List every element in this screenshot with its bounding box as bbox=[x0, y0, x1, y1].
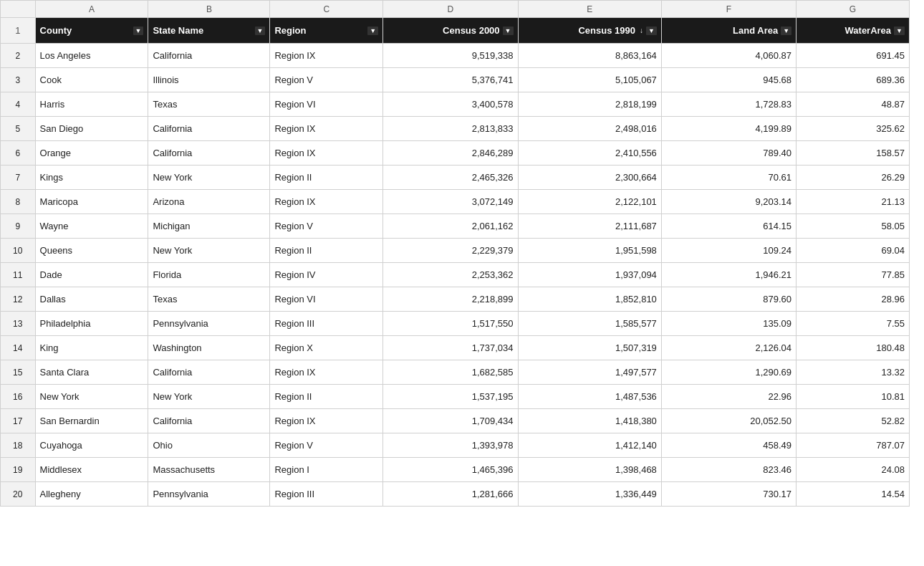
table-row: 13PhiladelphiaPennsylvaniaRegion III1,51… bbox=[1, 312, 910, 336]
census2000-cell: 2,253,362 bbox=[383, 263, 518, 287]
table-row: 5San DiegoCaliforniaRegion IX2,813,8332,… bbox=[1, 117, 910, 141]
state-cell: Pennsylvania bbox=[148, 312, 270, 336]
landarea-cell: 614.15 bbox=[661, 214, 796, 239]
county-cell: Kings bbox=[35, 166, 148, 190]
row-number: 11 bbox=[1, 263, 36, 287]
county-cell: Dade bbox=[35, 263, 148, 287]
state-cell: Florida bbox=[148, 263, 270, 287]
waterarea-cell: 180.48 bbox=[797, 336, 910, 360]
county-cell: Cook bbox=[35, 68, 148, 92]
landarea-cell: 2,126.04 bbox=[661, 336, 796, 360]
census2000-cell: 2,229,379 bbox=[383, 239, 518, 263]
table-row: 15Santa ClaraCaliforniaRegion IX1,682,58… bbox=[1, 360, 910, 385]
census1990-cell: 1,418,380 bbox=[518, 409, 661, 433]
census1990-cell: 1,398,468 bbox=[518, 458, 661, 482]
state-dropdown-icon[interactable]: ▼ bbox=[255, 27, 266, 35]
header-waterarea[interactable]: WaterArea ▼ bbox=[797, 18, 910, 44]
table-row: 16New YorkNew YorkRegion II1,537,1951,48… bbox=[1, 385, 910, 409]
county-cell: Cuyahoga bbox=[35, 433, 148, 458]
county-cell: Santa Clara bbox=[35, 360, 148, 385]
state-cell: Ohio bbox=[148, 433, 270, 458]
region-cell: Region III bbox=[270, 312, 383, 336]
county-cell: Orange bbox=[35, 141, 148, 166]
waterarea-cell: 158.57 bbox=[797, 141, 910, 166]
landarea-cell: 20,052.50 bbox=[661, 409, 796, 433]
census1990-cell: 1,937,094 bbox=[518, 263, 661, 287]
row-number: 19 bbox=[1, 458, 36, 482]
census1990-cell: 2,818,199 bbox=[518, 92, 661, 117]
census2000-cell: 1,281,666 bbox=[383, 482, 518, 507]
table-row: 3CookIllinoisRegion V5,376,7415,105,0679… bbox=[1, 68, 910, 92]
state-cell: Washington bbox=[148, 336, 270, 360]
state-cell: Massachusetts bbox=[148, 458, 270, 482]
census2000-cell: 5,376,741 bbox=[383, 68, 518, 92]
row-number: 6 bbox=[1, 141, 36, 166]
census2000-cell: 2,061,162 bbox=[383, 214, 518, 239]
table-row: 19MiddlesexMassachusettsRegion I1,465,39… bbox=[1, 458, 910, 482]
census2000-cell: 9,519,338 bbox=[383, 44, 518, 68]
landarea-cell: 70.61 bbox=[661, 166, 796, 190]
county-cell: Queens bbox=[35, 239, 148, 263]
region-cell: Region II bbox=[270, 239, 383, 263]
census2000-cell: 1,393,978 bbox=[383, 433, 518, 458]
row-number: 9 bbox=[1, 214, 36, 239]
region-cell: Region IX bbox=[270, 360, 383, 385]
corner-cell bbox=[1, 1, 36, 18]
header-region[interactable]: Region ▼ bbox=[270, 18, 383, 44]
spreadsheet-table: A B C D E F G 1 County ▼ State Name ▼ bbox=[0, 0, 910, 507]
census1990-dropdown-icon[interactable]: ▼ bbox=[646, 27, 657, 35]
landarea-dropdown-icon[interactable]: ▼ bbox=[781, 27, 791, 35]
region-cell: Region I bbox=[270, 458, 383, 482]
census1990-cell: 2,122,101 bbox=[518, 190, 661, 214]
data-header-row: 1 County ▼ State Name ▼ Region ▼ bbox=[1, 18, 910, 44]
state-cell: Arizona bbox=[148, 190, 270, 214]
region-cell: Region VI bbox=[270, 92, 383, 117]
census2000-cell: 1,709,434 bbox=[383, 409, 518, 433]
waterarea-cell: 28.96 bbox=[797, 287, 910, 312]
landarea-cell: 730.17 bbox=[661, 482, 796, 507]
region-cell: Region IV bbox=[270, 263, 383, 287]
county-cell: Dallas bbox=[35, 287, 148, 312]
census2000-cell: 2,218,899 bbox=[383, 287, 518, 312]
header-census1990[interactable]: Census 1990 ↓ ▼ bbox=[518, 18, 661, 44]
state-cell: New York bbox=[148, 385, 270, 409]
row-number: 4 bbox=[1, 92, 36, 117]
region-dropdown-icon[interactable]: ▼ bbox=[367, 27, 378, 35]
table-row: 7KingsNew YorkRegion II2,465,3262,300,66… bbox=[1, 166, 910, 190]
row-number: 2 bbox=[1, 44, 36, 68]
header-county[interactable]: County ▼ bbox=[35, 18, 148, 44]
header-state[interactable]: State Name ▼ bbox=[148, 18, 270, 44]
row-number: 20 bbox=[1, 482, 36, 507]
county-dropdown-icon[interactable]: ▼ bbox=[133, 27, 144, 35]
census2000-dropdown-icon[interactable]: ▼ bbox=[503, 27, 514, 35]
row-number: 14 bbox=[1, 336, 36, 360]
waterarea-cell: 14.54 bbox=[797, 482, 910, 507]
county-cell: Los Angeles bbox=[35, 44, 148, 68]
table-row: 14KingWashingtonRegion X1,737,0341,507,3… bbox=[1, 336, 910, 360]
census2000-cell: 2,846,289 bbox=[383, 141, 518, 166]
waterarea-cell: 10.81 bbox=[797, 385, 910, 409]
table-row: 2Los AngelesCaliforniaRegion IX9,519,338… bbox=[1, 44, 910, 68]
waterarea-cell: 325.62 bbox=[797, 117, 910, 141]
census2000-cell: 1,517,550 bbox=[383, 312, 518, 336]
table-row: 4HarrisTexasRegion VI3,400,5782,818,1991… bbox=[1, 92, 910, 117]
header-landarea[interactable]: Land Area ▼ bbox=[661, 18, 796, 44]
region-cell: Region II bbox=[270, 385, 383, 409]
landarea-cell: 1,290.69 bbox=[661, 360, 796, 385]
row-number: 12 bbox=[1, 287, 36, 312]
header-census2000[interactable]: Census 2000 ▼ bbox=[383, 18, 518, 44]
census1990-cell: 1,497,577 bbox=[518, 360, 661, 385]
state-cell: Texas bbox=[148, 92, 270, 117]
waterarea-dropdown-icon[interactable]: ▼ bbox=[894, 27, 905, 35]
landarea-cell: 945.68 bbox=[661, 68, 796, 92]
census2000-cell: 1,465,396 bbox=[383, 458, 518, 482]
col-letter-g: G bbox=[797, 1, 910, 18]
landarea-cell: 458.49 bbox=[661, 433, 796, 458]
state-cell: California bbox=[148, 360, 270, 385]
census1990-cell: 1,951,598 bbox=[518, 239, 661, 263]
col-letter-b: B bbox=[148, 1, 270, 18]
row-number: 5 bbox=[1, 117, 36, 141]
region-cell: Region X bbox=[270, 336, 383, 360]
table-row: 17San BernardinCaliforniaRegion IX1,709,… bbox=[1, 409, 910, 433]
region-cell: Region IX bbox=[270, 190, 383, 214]
